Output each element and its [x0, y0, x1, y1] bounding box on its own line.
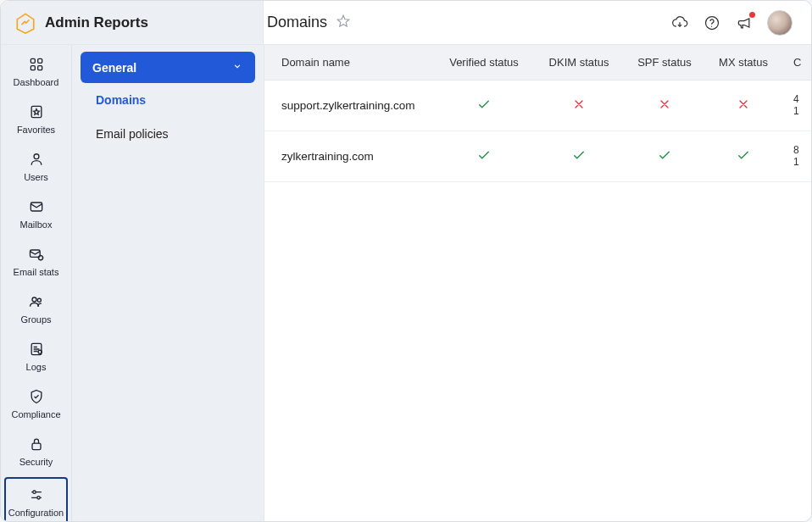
table-row[interactable]: zylkertraining.com 8 1 — [264, 131, 811, 182]
nav-item-logs[interactable]: Logs — [1, 333, 71, 380]
cell-dkim — [534, 147, 624, 165]
brand-title: Admin Reports — [45, 14, 148, 31]
sidebar-group-label: General — [92, 61, 136, 75]
nav-item-favorites[interactable]: Favorites — [1, 96, 71, 143]
check-icon — [657, 147, 672, 165]
cell-mx — [705, 147, 781, 165]
cell-edge: 8 1 — [781, 145, 807, 167]
svg-point-12 — [38, 256, 42, 260]
main-content: Domain name Verified status DKIM status … — [264, 45, 811, 521]
nav-item-label: Mailbox — [20, 219, 53, 230]
cell-domain-name: zylkertraining.com — [264, 150, 434, 163]
help-icon[interactable] — [703, 14, 721, 32]
nav-item-groups[interactable]: Groups — [1, 286, 71, 333]
svg-point-13 — [32, 297, 36, 302]
svg-marker-0 — [337, 15, 349, 26]
chevron-down-icon — [231, 60, 243, 75]
cross-icon — [737, 97, 750, 114]
sidebar-item-email-policies[interactable]: Email policies — [81, 117, 255, 151]
page-title: Domains — [267, 14, 327, 31]
col-verified[interactable]: Verified status — [434, 56, 534, 69]
nav-item-label: Compliance — [11, 409, 60, 419]
cell-edge: 4 1 — [781, 94, 807, 116]
cell-domain-name: support.zylkertraining.com — [264, 99, 434, 112]
cell-spf — [624, 97, 705, 114]
cross-icon — [572, 97, 586, 114]
nav-item-users[interactable]: Users — [1, 143, 71, 191]
svg-point-16 — [38, 350, 42, 353]
svg-rect-3 — [31, 58, 35, 63]
svg-rect-11 — [30, 250, 40, 257]
svg-marker-8 — [33, 109, 39, 115]
shield-check-icon — [27, 387, 46, 406]
mail-icon — [27, 197, 46, 216]
nav-item-label: Users — [24, 172, 48, 182]
col-spf[interactable]: SPF status — [624, 56, 705, 69]
svg-point-18 — [32, 491, 35, 493]
user-icon — [27, 150, 46, 169]
sidebar-item-domains[interactable]: Domains — [81, 83, 255, 117]
sidebar-group-general[interactable]: General — [81, 52, 255, 83]
sliders-icon — [27, 486, 46, 504]
nav-item-label: Security — [19, 457, 53, 467]
mail-gear-icon — [27, 245, 46, 264]
nav-item-mailbox[interactable]: Mailbox — [1, 191, 71, 238]
svg-point-19 — [36, 497, 39, 499]
nav-item-compliance[interactable]: Compliance — [1, 380, 71, 428]
sidebar-item-label: Email policies — [96, 127, 169, 141]
group-icon — [27, 292, 46, 311]
svg-point-2 — [711, 25, 712, 26]
table-row[interactable]: support.zylkertraining.com 4 1 — [264, 81, 811, 131]
announce-icon[interactable] — [735, 14, 754, 32]
svg-point-9 — [34, 154, 39, 159]
nav-item-configuration[interactable]: Configuration — [4, 477, 68, 522]
cell-spf — [624, 147, 705, 165]
nav-item-label: Groups — [20, 314, 51, 325]
primary-nav: Dashboard Favorites Users Mailbox Email … — [1, 45, 72, 521]
avatar[interactable] — [767, 10, 793, 36]
svg-rect-10 — [31, 203, 42, 211]
check-icon — [476, 147, 492, 165]
cell-verified — [434, 147, 534, 165]
svg-rect-17 — [32, 443, 41, 450]
cross-icon — [658, 97, 671, 114]
domains-table: Domain name Verified status DKIM status … — [264, 45, 811, 521]
check-icon — [476, 97, 492, 114]
sidebar-item-label: Domains — [96, 93, 146, 107]
nav-item-label: Logs — [26, 362, 47, 372]
col-domain-name[interactable]: Domain name — [264, 56, 434, 69]
logs-icon — [27, 340, 46, 358]
nav-item-label: Email stats — [14, 267, 59, 277]
sidebar: General Domains Email policies — [72, 45, 264, 521]
col-mx[interactable]: MX status — [705, 56, 781, 69]
nav-item-email-stats[interactable]: Email stats — [1, 238, 71, 286]
svg-point-14 — [37, 298, 41, 302]
nav-item-dashboard[interactable]: Dashboard — [1, 48, 71, 96]
cell-verified — [434, 97, 534, 114]
check-icon — [571, 147, 587, 165]
nav-item-security[interactable]: Security — [1, 428, 71, 475]
star-badge-icon — [27, 103, 46, 121]
col-dkim[interactable]: DKIM status — [534, 56, 624, 69]
lock-icon — [27, 435, 46, 453]
nav-item-label: Dashboard — [14, 77, 59, 87]
notification-dot — [749, 12, 755, 18]
svg-rect-5 — [31, 66, 35, 70]
cell-dkim — [534, 97, 624, 114]
check-icon — [736, 147, 751, 165]
brand-logo-icon — [14, 12, 36, 34]
svg-rect-4 — [37, 58, 42, 63]
svg-rect-6 — [37, 66, 42, 70]
favorite-star-icon[interactable] — [336, 14, 351, 32]
cell-mx — [705, 97, 781, 114]
table-header: Domain name Verified status DKIM status … — [264, 45, 811, 81]
grid-icon — [27, 55, 46, 74]
nav-item-label: Favorites — [17, 125, 55, 135]
nav-item-label: Configuration — [8, 508, 64, 518]
col-catch[interactable]: C — [781, 56, 807, 69]
brand: Admin Reports — [1, 1, 264, 44]
download-icon[interactable] — [670, 14, 689, 32]
